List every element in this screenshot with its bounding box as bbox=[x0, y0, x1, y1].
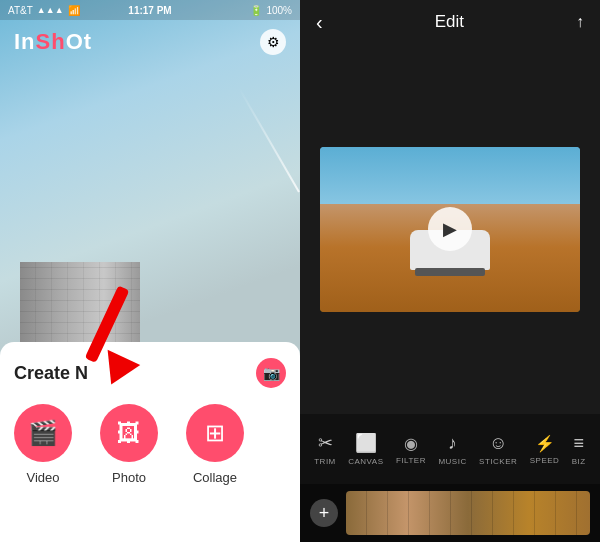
signal-icon: ▲▲▲ bbox=[37, 5, 64, 15]
filter-icon: ◉ bbox=[404, 434, 418, 453]
status-time: 11:17 PM bbox=[128, 5, 171, 16]
music-tool[interactable]: ♪ MUSIC bbox=[438, 433, 466, 466]
right-panel: ‹ Edit ↑ ▶ ✂ TRIM ⬜ CANVAS ◉ FILTER ♪ MU… bbox=[300, 0, 600, 542]
collage-label: Collage bbox=[193, 470, 237, 485]
sticker-tool[interactable]: ☺ STICKER bbox=[479, 433, 517, 466]
play-button[interactable]: ▶ bbox=[428, 207, 472, 251]
speed-label: SPEED bbox=[530, 456, 560, 465]
edit-header: ‹ Edit ↑ bbox=[300, 0, 600, 44]
sticker-label: STICKER bbox=[479, 457, 517, 466]
create-options: 🎬 Video 🖼 Photo ⊞ Collage bbox=[14, 404, 286, 485]
app-header: InShOt ⚙ bbox=[0, 20, 300, 64]
carrier-label: AT&T bbox=[8, 5, 33, 16]
status-bar-left: AT&T ▲▲▲ 📶 bbox=[8, 5, 80, 16]
video-icon: 🎬 bbox=[14, 404, 72, 462]
video-area: ▶ bbox=[300, 44, 600, 414]
create-title: Create N bbox=[14, 363, 88, 384]
bottom-sheet: Create N 📷 🎬 Video 🖼 Photo ⊞ Collage bbox=[0, 342, 300, 542]
settings-button[interactable]: ⚙ bbox=[260, 29, 286, 55]
filter-label: FILTER bbox=[396, 456, 426, 465]
trim-tool[interactable]: ✂ TRIM bbox=[314, 432, 336, 466]
app-logo: InShOt bbox=[14, 29, 92, 55]
collage-option[interactable]: ⊞ Collage bbox=[186, 404, 244, 485]
photo-label: Photo bbox=[112, 470, 146, 485]
canvas-icon: ⬜ bbox=[355, 432, 377, 454]
sticker-icon: ☺ bbox=[489, 433, 507, 454]
photo-option[interactable]: 🖼 Photo bbox=[100, 404, 158, 485]
create-header: Create N 📷 bbox=[14, 358, 286, 388]
canvas-label: CANVAS bbox=[348, 457, 383, 466]
status-bar: AT&T ▲▲▲ 📶 11:17 PM 🔋 100% bbox=[0, 0, 300, 20]
music-icon: ♪ bbox=[448, 433, 457, 454]
camera-button[interactable]: 📷 bbox=[256, 358, 286, 388]
photo-icon: 🖼 bbox=[100, 404, 158, 462]
battery-label: 100% bbox=[266, 5, 292, 16]
left-panel: AT&T ▲▲▲ 📶 11:17 PM 🔋 100% InShOt ⚙ Crea… bbox=[0, 0, 300, 542]
biz-tool[interactable]: ≡ BIZ bbox=[572, 433, 586, 466]
video-thumbnail[interactable]: ▶ bbox=[320, 147, 580, 312]
battery-icon: 🔋 bbox=[250, 5, 262, 16]
timeline-strip[interactable] bbox=[346, 491, 590, 535]
video-option[interactable]: 🎬 Video bbox=[14, 404, 72, 485]
status-bar-right: 🔋 100% bbox=[250, 5, 292, 16]
filter-tool[interactable]: ◉ FILTER bbox=[396, 434, 426, 465]
arrow-indicator bbox=[80, 280, 116, 390]
back-button[interactable]: ‹ bbox=[316, 11, 323, 34]
speed-tool[interactable]: ⚡ SPEED bbox=[530, 434, 560, 465]
video-sky bbox=[320, 147, 580, 213]
collage-icon: ⊞ bbox=[186, 404, 244, 462]
music-label: MUSIC bbox=[438, 457, 466, 466]
trim-label: TRIM bbox=[314, 457, 336, 466]
biz-icon: ≡ bbox=[573, 433, 584, 454]
speed-icon: ⚡ bbox=[535, 434, 555, 453]
canvas-tool[interactable]: ⬜ CANVAS bbox=[348, 432, 383, 466]
edit-toolbar: ✂ TRIM ⬜ CANVAS ◉ FILTER ♪ MUSIC ☺ STICK… bbox=[300, 414, 600, 484]
video-label: Video bbox=[26, 470, 59, 485]
trim-icon: ✂ bbox=[318, 432, 333, 454]
wifi-icon: 📶 bbox=[68, 5, 80, 16]
timeline-area: + bbox=[300, 484, 600, 542]
share-button[interactable]: ↑ bbox=[576, 13, 584, 31]
biz-label: BIZ bbox=[572, 457, 586, 466]
edit-title: Edit bbox=[435, 12, 464, 32]
add-clip-button[interactable]: + bbox=[310, 499, 338, 527]
